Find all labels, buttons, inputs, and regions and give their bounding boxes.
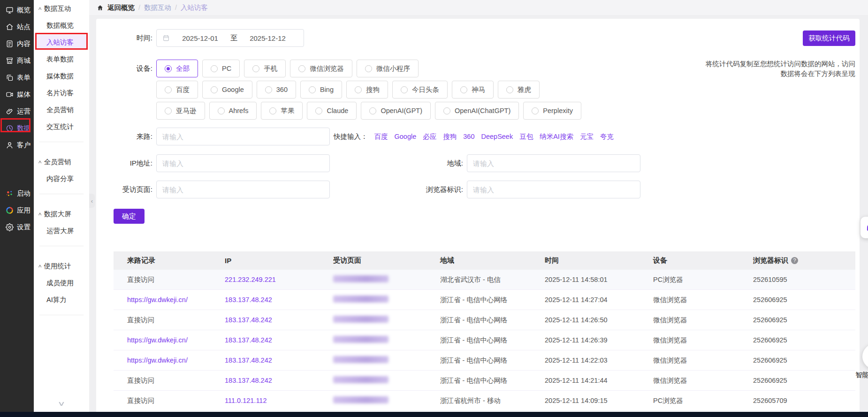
ip-link[interactable]: 183.137.48.242 (225, 356, 272, 364)
sidebar-item-form-data[interactable]: 表单数据 (34, 51, 89, 68)
app-window: 概览站点内容商城表单媒体运营数据客户 启动应用设置 ∧数据互动数据概览入站访客表… (0, 0, 868, 417)
radio-icon (443, 107, 450, 114)
device-radio-option[interactable]: 百度 (156, 81, 198, 99)
referrer-link[interactable]: https://gw.dwkeji.cn/ (127, 356, 188, 364)
quick-input-link[interactable]: 必应 (423, 132, 436, 141)
breadcrumb-data-interaction[interactable]: 数据互动 (144, 3, 171, 12)
sidebar-item-staff-marketing[interactable]: 全员营销 (34, 101, 89, 118)
device-radio-option[interactable]: Ahrefs (209, 102, 257, 120)
device-radio-option[interactable]: 亚马逊 (156, 102, 205, 120)
visited-page-redacted[interactable] (333, 336, 388, 343)
start-date-value[interactable]: 2025-12-01 (170, 34, 230, 42)
cell-ip: 183.137.48.242 (225, 356, 333, 364)
help-icon[interactable]: ? (791, 257, 798, 264)
sidebar-item-ai-power[interactable]: AI算力 (34, 291, 89, 308)
column-header: 地域 (440, 256, 545, 265)
sidebar-group-header-usage-stats[interactable]: ∧使用统计 (34, 258, 89, 274)
device-radio-option[interactable]: 神马 (452, 81, 494, 99)
device-radio-option[interactable]: 今日头条 (392, 81, 448, 99)
sidebar-item-data-overview[interactable]: 数据概览 (34, 17, 89, 34)
sidebar-item-form[interactable]: 表单 (0, 69, 34, 86)
visited-page-redacted[interactable] (333, 396, 388, 403)
sidebar-item-customer[interactable]: 客户 (0, 136, 34, 153)
device-radio-option[interactable]: Perplexity (523, 102, 581, 120)
home-icon[interactable] (97, 4, 104, 11)
device-radio-option[interactable]: 搜狗 (346, 81, 388, 99)
sidebar-item-settings[interactable]: 设置 (0, 219, 34, 235)
quick-input-link[interactable]: 纳米AI搜索 (540, 132, 573, 141)
referrer-link[interactable]: https://gw.dwkeji.cn/ (127, 336, 188, 344)
quick-input-link[interactable]: 搜狗 (443, 132, 457, 141)
device-radio-option[interactable]: Google (202, 81, 252, 99)
device-radio-option[interactable]: 雅虎 (498, 81, 540, 99)
sidebar-item-interaction-stats[interactable]: 交互统计 (34, 118, 89, 135)
get-stat-code-button[interactable]: 获取统计代码 (803, 30, 855, 46)
device-radio-option[interactable]: 微信浏览器 (290, 60, 352, 77)
device-radio-option[interactable]: 全部 (156, 60, 198, 77)
visited-page-redacted[interactable] (333, 275, 388, 282)
device-radio-option[interactable]: 360 (257, 81, 296, 99)
customer-service-button[interactable] (860, 217, 868, 238)
visited-page-redacted[interactable] (333, 296, 388, 303)
sidebar-item-apps[interactable]: 应用 (0, 202, 34, 219)
device-radio-option[interactable]: 微信小程序 (357, 60, 419, 77)
sidebar-item-operation[interactable]: 运营 (0, 103, 34, 120)
quick-input-link[interactable]: 百度 (374, 132, 388, 141)
ip-link[interactable]: 183.137.48.242 (225, 377, 272, 384)
page-browser-row: 受访页面: 浏览器标识: (96, 181, 860, 198)
browser-id-input[interactable] (467, 181, 640, 198)
ip-link[interactable]: 221.232.249.221 (225, 276, 276, 283)
device-radio-option[interactable]: 手机 (244, 60, 286, 77)
region-label: 地域: (330, 159, 463, 168)
sidebar-item-content-share[interactable]: 内容分享 (34, 170, 89, 187)
device-radio-option[interactable]: Bing (300, 81, 342, 99)
sidebar-item-mall[interactable]: 商城 (0, 52, 34, 69)
sidebar-item-media[interactable]: 媒体 (0, 86, 34, 103)
confirm-button[interactable]: 确定 (114, 209, 145, 224)
ip-link[interactable]: 183.137.48.242 (225, 336, 272, 344)
referrer-input[interactable] (156, 128, 330, 145)
end-date-value[interactable]: 2025-12-12 (237, 34, 298, 42)
visited-page-redacted[interactable] (333, 376, 388, 383)
device-radio-option[interactable]: PC (202, 60, 240, 77)
sidebar-item-overview[interactable]: 概览 (0, 1, 34, 18)
date-range-picker[interactable]: 2025-12-01 至 2025-12-12 (156, 29, 304, 47)
region-input[interactable] (467, 154, 640, 172)
quick-input-link[interactable]: DeepSeek (481, 133, 513, 140)
quick-input-link[interactable]: 夸克 (600, 132, 614, 141)
sidebar-group-header-data-screen[interactable]: ∧数据大屏 (34, 205, 89, 222)
sidebar-group-header-data-interaction[interactable]: ∧数据互动 (34, 0, 89, 17)
sidebar-item-member-usage[interactable]: 成员使用 (34, 274, 89, 291)
visited-page-redacted[interactable] (333, 316, 388, 323)
sidebar-item-content[interactable]: 内容 (0, 35, 34, 52)
quick-input-link[interactable]: 豆包 (519, 132, 533, 141)
sidebar-item-media-data[interactable]: 媒体数据 (34, 68, 89, 84)
quick-input-link[interactable]: 360 (463, 133, 474, 140)
quick-input-link[interactable]: Google (395, 133, 417, 140)
cell-time: 2025-12-11 14:22:03 (545, 356, 653, 364)
device-radio-option[interactable]: OpenAI(ChatGPT) (435, 102, 519, 120)
ip-input[interactable] (156, 154, 330, 172)
sidebar-item-data[interactable]: 数据 (0, 120, 34, 136)
chevron-up-icon: ∧ (38, 159, 42, 164)
visited-page-input[interactable] (156, 181, 330, 198)
device-radio-option[interactable]: 苹果 (261, 102, 303, 120)
radio-icon (355, 86, 362, 93)
sidebar-collapse-handle[interactable]: ‹ (89, 194, 95, 208)
sidebar-item-operation-screen[interactable]: 运营大屏 (34, 222, 89, 239)
ip-link[interactable]: 183.137.48.242 (225, 316, 272, 324)
ip-link[interactable]: 183.137.48.242 (225, 296, 272, 303)
ip-link[interactable]: 111.0.121.112 (225, 397, 267, 404)
breadcrumb-back-overview[interactable]: 返回概览 (107, 3, 135, 12)
sidebar-item-launch[interactable]: 启动 (0, 185, 34, 202)
visited-page-redacted[interactable] (333, 356, 388, 363)
breadcrumb-inbound-visitors[interactable]: 入站访客 (181, 3, 208, 12)
quick-input-link[interactable]: 元宝 (580, 132, 594, 141)
sidebar-item-site[interactable]: 站点 (0, 18, 34, 35)
sidebar-item-inbound-visitors[interactable]: 入站访客 (36, 35, 87, 50)
referrer-link[interactable]: https://gw.dwkeji.cn/ (127, 296, 188, 303)
device-radio-option[interactable]: OpenAI(GPT) (361, 102, 431, 120)
device-radio-option[interactable]: Claude (307, 102, 357, 120)
sidebar-item-card-visitors[interactable]: 名片访客 (34, 84, 89, 101)
sidebar-group-header-staff-marketing-group[interactable]: ∧全员营销 (34, 153, 89, 170)
